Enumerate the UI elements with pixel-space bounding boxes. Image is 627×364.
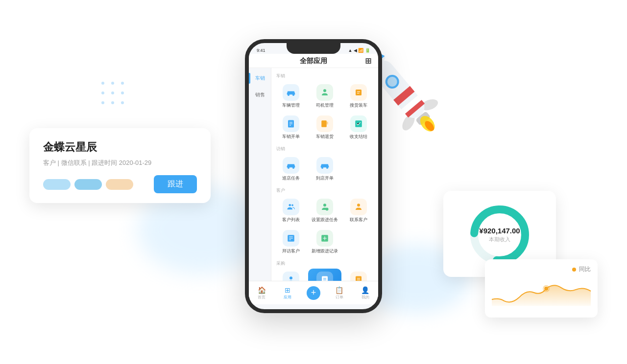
donut-chart: ¥920,147.00 本期收入: [465, 201, 534, 269]
phone-notch: [287, 43, 340, 54]
app-body: 车销 销售 车销 车辆管理: [249, 68, 378, 281]
mine-icon: 👤: [361, 286, 369, 294]
caigou-grid: 供应商 采购申请 采购订单: [273, 268, 376, 281]
customer-tags-row: 跟进: [43, 175, 197, 193]
nav-mine-label: 我的: [362, 295, 369, 300]
app-item-baifangkh[interactable]: 拜访客户: [274, 227, 307, 257]
app-item-cheliang[interactable]: 车辆管理: [274, 81, 307, 112]
app-sidebar: 车销 销售: [249, 68, 271, 281]
caigoushenqing-icon: [316, 272, 333, 281]
lianjikh-icon: [350, 199, 367, 215]
app-item-xundianzr[interactable]: 巡店任务: [274, 154, 307, 184]
baifangkh-icon: [283, 230, 299, 247]
app-item-caigoushenqing[interactable]: 采购申请: [308, 269, 341, 281]
svg-point-21: [291, 204, 293, 206]
app-item-souhuozhuangche[interactable]: 搜货装车: [342, 81, 375, 112]
svg-point-27: [289, 276, 292, 279]
chexiaokd-label: 车销开单: [282, 134, 300, 140]
chexiaotui-label: 车销退货: [316, 134, 334, 140]
svg-point-19: [326, 167, 328, 169]
revenue-label: 本期收入: [479, 236, 520, 243]
svg-point-44: [544, 287, 548, 291]
customer-meta: 客户 | 微信联系 | 跟进时间 2020-01-29: [43, 159, 197, 167]
app-item-lianjikh[interactable]: 联系客户: [342, 196, 375, 226]
chart-legend-label: 同比: [579, 265, 591, 273]
app-item-siji[interactable]: 司机管理: [308, 81, 341, 112]
xinzenggenjin-icon: [316, 230, 333, 247]
svg-point-16: [288, 167, 289, 169]
svg-point-6: [101, 101, 104, 104]
xundianzr-icon: [283, 157, 299, 174]
chart-legend: 同比: [492, 265, 591, 273]
app-item-chexiaokd[interactable]: 车销开单: [274, 113, 307, 143]
apps-icon: ⊞: [285, 286, 290, 294]
daodiankaidan-icon: [316, 157, 333, 174]
nav-home[interactable]: 🏠 首页: [249, 286, 275, 300]
section-caigou: 采购: [273, 258, 376, 268]
souhuozhuangche-icon: [350, 84, 367, 101]
svg-point-10: [292, 94, 294, 96]
svg-point-23: [325, 208, 328, 211]
app-item-shezhigengjin[interactable]: 设置跟进任务: [308, 196, 341, 226]
shezhigengjin-label: 设置跟进任务: [312, 217, 338, 223]
customer-card: 金蝶云星辰 客户 | 微信联系 | 跟进时间 2020-01-29 跟进: [29, 128, 211, 203]
grid-icon[interactable]: ⊞: [365, 56, 371, 66]
daodiankaidan-label: 到店开单: [316, 175, 334, 182]
line-chart: [492, 276, 591, 311]
status-time: 9:41: [257, 48, 265, 53]
kehulb-icon: [283, 199, 299, 215]
xinzenggenjin-label: 新增跟进记录: [312, 248, 338, 254]
revenue-amount: ¥920,147.00: [479, 227, 520, 235]
lianjikh-label: 联系客户: [350, 217, 367, 223]
add-icon: +: [307, 286, 320, 300]
app-item-shouzhi[interactable]: 收支结结: [342, 113, 375, 143]
nav-apps[interactable]: ⊞ 应用: [275, 286, 301, 300]
app-header: 全部应用 ⊞: [249, 54, 378, 68]
kehulb-label: 客户列表: [282, 217, 300, 223]
sidebar-label-chexiao: 车销: [255, 75, 265, 81]
follow-button[interactable]: 跟进: [154, 175, 197, 193]
sidebar-item-chexiao[interactable]: 车销: [249, 70, 271, 87]
app-item-daodiankaidan[interactable]: 到店开单: [308, 154, 341, 184]
donut-center: ¥920,147.00 本期收入: [479, 227, 520, 243]
nav-orders-label: 订单: [336, 295, 343, 300]
svg-point-4: [111, 91, 114, 94]
chart-card: 同比: [485, 259, 598, 318]
svg-point-5: [121, 91, 124, 94]
orders-icon: 📋: [335, 286, 343, 294]
app-item-caigoudd[interactable]: 采购订单: [342, 269, 375, 281]
svg-point-9: [288, 94, 289, 96]
sidebar-label-xiaoshou: 销售: [255, 92, 265, 97]
shouzhi-icon: [350, 115, 367, 132]
legend-dot: [572, 268, 576, 272]
app-item-kehulb[interactable]: 客户列表: [274, 196, 307, 226]
svg-point-1: [111, 82, 114, 85]
shezhigengjin-icon: [316, 199, 333, 215]
tag-3: [106, 179, 133, 190]
nav-orders[interactable]: 📋 订单: [326, 286, 352, 300]
tag-1: [43, 179, 71, 190]
svg-rect-12: [356, 90, 362, 95]
home-icon: 🏠: [258, 286, 266, 294]
nav-mine[interactable]: 👤 我的: [352, 286, 378, 300]
svg-point-22: [323, 204, 326, 206]
svg-point-24: [357, 204, 360, 206]
svg-point-7: [111, 101, 114, 104]
sidebar-item-xiaoshou[interactable]: 销售: [249, 87, 271, 103]
app-item-xinzenggenjin[interactable]: 新增跟进记录: [308, 227, 341, 257]
app-item-chexiaotui[interactable]: 车销退货: [308, 113, 341, 143]
app-title: 全部应用: [300, 57, 327, 65]
svg-point-11: [323, 89, 326, 92]
shouzhi-label: 收支结结: [350, 134, 367, 140]
siji-icon: [316, 84, 333, 101]
svg-point-8: [121, 101, 124, 104]
svg-point-18: [321, 167, 323, 169]
status-icons: ▲ ◀ 📶 🔋: [348, 48, 370, 53]
chexiaotui-icon: [316, 115, 333, 132]
nav-add[interactable]: +: [301, 286, 327, 300]
svg-point-17: [292, 167, 294, 169]
decorative-dots: [98, 78, 127, 110]
svg-point-2: [121, 82, 124, 85]
tag-2: [74, 179, 102, 190]
app-item-gongyingshang[interactable]: 供应商: [274, 269, 307, 281]
